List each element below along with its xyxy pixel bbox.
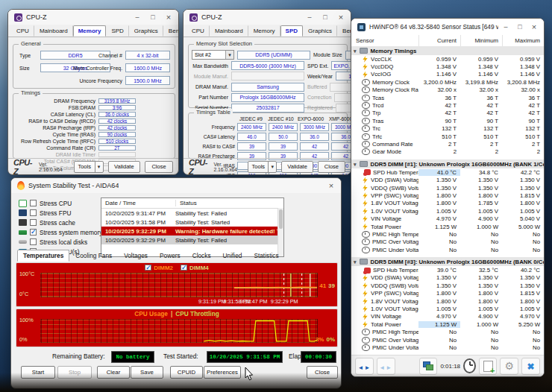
sensor-row[interactable]: Trc 132 T 132 T 132 T — [351, 125, 544, 133]
chevron-down-icon[interactable] — [225, 51, 233, 59]
column-current[interactable]: Current — [418, 35, 460, 46]
sensor-row[interactable]: PMIC High Temperature No No No — [351, 329, 544, 336]
remote-sensors-button[interactable] — [419, 358, 438, 375]
sensor-row[interactable]: PMIC Over Voltage No No No — [351, 238, 544, 246]
tab[interactable]: Mainboard — [34, 25, 73, 37]
tools-button[interactable]: Tools — [248, 161, 277, 173]
tab[interactable]: Memory — [73, 25, 107, 37]
section-header-dimm3[interactable]: DDR5 DIMM [#3]: Unknown Prologix 16GB600… — [351, 257, 544, 266]
stress-option[interactable]: Stress CPU — [19, 198, 102, 208]
close-icon[interactable] — [337, 13, 345, 22]
history-back-forward-button[interactable] — [355, 358, 374, 375]
history-back-forward-disabled-button[interactable] — [377, 358, 395, 375]
aida-close-button[interactable]: Close — [307, 366, 338, 379]
close-icon[interactable] — [530, 23, 538, 31]
cpuz-spd-titlebar[interactable]: CPU-Z — [184, 10, 351, 25]
stress-option[interactable]: Stress FPU — [19, 208, 102, 218]
clock-icon[interactable] — [463, 358, 476, 373]
tab[interactable]: Mainboard — [210, 25, 248, 37]
minimize-icon[interactable] — [134, 13, 141, 21]
preferences-button[interactable]: Preferences — [204, 366, 241, 379]
minimize-icon[interactable] — [502, 23, 509, 31]
sensor-row[interactable]: PMIC Under Voltage No No No — [351, 246, 544, 253]
log-row[interactable]: 10/20/2025 9:31:58 PM Stability Test: St… — [101, 218, 283, 227]
tab[interactable]: SPD — [106, 25, 128, 37]
sensor-row[interactable]: VIN Voltage 4.970 V 4.900 V 4.970 V — [351, 313, 544, 320]
column-sensor[interactable]: Sensor — [351, 37, 418, 44]
tools-button[interactable]: Tools — [74, 161, 104, 173]
collapse-chevron-icon[interactable] — [354, 259, 357, 265]
tab[interactable]: Cooling Fans — [69, 250, 118, 262]
stress-option[interactable]: Stress system memory — [19, 227, 102, 237]
stress-option[interactable]: Stress local disks — [19, 237, 102, 247]
cpuid-button[interactable]: CPUID — [170, 366, 203, 379]
log-column-status[interactable]: Status — [176, 200, 283, 206]
sensor-row[interactable]: 1.0V VOUT Voltage 1.005 V 1.005 V 1.005 … — [351, 305, 544, 312]
log-row[interactable]: 10/20/2025 9:32:29 PM Warning: Hardware … — [101, 227, 283, 235]
sensor-row[interactable]: VccDDQ 1.348 V 1.348 V 1.348 V — [351, 63, 544, 70]
tab[interactable]: Unified — [217, 250, 248, 262]
tab[interactable]: Powers — [154, 250, 186, 262]
sensor-row[interactable]: PMIC High Temperature No No No — [351, 230, 544, 238]
stress-checkbox[interactable] — [30, 238, 37, 245]
sensor-row[interactable]: VccIOG 1.146 V 1.146 V 1.146 V — [351, 71, 544, 78]
sensor-row[interactable]: VDD (SWA) Voltage 1.350 V 1.350 V 1.350 … — [351, 274, 544, 282]
sensor-row[interactable]: Trp 42 T 42 T 42 T — [351, 110, 544, 117]
sensor-row[interactable]: Total Power 1.125 W 1.000 W 5.000 W — [351, 223, 544, 230]
log-scrollbar-thumb[interactable] — [279, 209, 283, 229]
sensor-row[interactable]: Gear Mode 2 2 2 — [351, 148, 544, 156]
maximize-icon[interactable] — [322, 13, 329, 21]
stress-checkbox[interactable] — [30, 219, 37, 226]
sensor-row[interactable]: 1.8V VOUT Voltage 1.800 V 1.800 V 1.800 … — [351, 297, 544, 305]
close-button[interactable]: Close — [318, 161, 345, 173]
legend-checkbox[interactable] — [181, 265, 187, 271]
save-button[interactable]: Save — [131, 366, 163, 379]
aida64-titlebar[interactable]: System Stability Test - AIDA64 — [11, 178, 341, 193]
tab[interactable]: Bench — [163, 25, 179, 37]
collapse-chevron-icon[interactable] — [354, 161, 357, 168]
sensor-row[interactable]: 1.8V VOUT Voltage 1.800 V 1.785 V 1.800 … — [351, 200, 544, 207]
sensor-row[interactable]: Trfc 510 T 510 T 510 T — [351, 133, 544, 140]
sensor-row[interactable]: VDD (SWA) Voltage 1.350 V 1.350 V 1.350 … — [351, 176, 544, 183]
maximize-icon[interactable] — [516, 23, 524, 31]
sensor-row[interactable]: VDDQ (SWB) Voltage 1.350 V 1.350 V 1.350… — [351, 282, 544, 289]
maximize-icon[interactable] — [149, 13, 157, 21]
column-maximum[interactable]: Maximum — [502, 35, 544, 46]
sensor-row[interactable]: Trcd 42 T 42 T 42 T — [351, 101, 544, 109]
sensor-row[interactable]: PMIC Under Voltage No No No — [351, 344, 544, 351]
report-button[interactable] — [479, 358, 498, 375]
section-header-memory-timings[interactable]: Memory Timings — [351, 46, 544, 55]
tab[interactable]: Bench — [337, 25, 351, 37]
sensor-row[interactable]: VccCLK 0.959 V 0.959 V 0.959 V — [351, 55, 544, 63]
sensor-row[interactable]: Tras 90 T 90 T 90 T — [351, 117, 544, 124]
collapse-chevron-icon[interactable] — [354, 48, 357, 54]
tab[interactable]: Graphics — [129, 25, 163, 37]
sensor-row[interactable]: Memory Clock 3,200.0 MHz 3,199.8 MHz 3,2… — [351, 78, 544, 86]
exit-button[interactable] — [521, 358, 540, 375]
log-column-datetime[interactable]: Date / Time — [101, 200, 176, 206]
stress-checkbox[interactable] — [30, 200, 37, 206]
sensor-row[interactable]: Total Power 1.125 W 1.000 W 5.250 W — [351, 320, 544, 328]
stop-button[interactable]: Stop — [57, 366, 92, 379]
minimize-icon[interactable] — [306, 13, 313, 21]
sensor-row[interactable]: VPP (SWC) Voltage 1.800 V 1.800 V 1.815 … — [351, 290, 544, 297]
start-button[interactable]: Start — [21, 366, 55, 379]
validate-button[interactable]: Validate — [281, 161, 313, 173]
hwinfo-titlebar[interactable]: HWiNFO® 64 v8.32-5840 Sensor Status [649… — [351, 19, 544, 35]
sensor-row[interactable]: Tcas 36 T 36 T 36 T — [351, 94, 544, 101]
column-minimum[interactable]: Minimum — [460, 35, 502, 46]
log-row[interactable]: 10/20/2025 9:31:47 PM Stability Test: Fa… — [101, 209, 283, 218]
sensor-row[interactable]: SPD Hub Temperature 39.0 °C 32.5 °C 40.2… — [351, 266, 544, 274]
tools-dropdown-icon[interactable] — [95, 162, 103, 172]
sensor-row[interactable]: VPP (SWC) Voltage 1.800 V 1.800 V 1.815 … — [351, 192, 544, 199]
tab[interactable]: CPU — [11, 25, 34, 37]
tab[interactable]: Voltages — [118, 250, 154, 262]
slot-select[interactable]: Slot #2 — [192, 50, 234, 60]
tab[interactable]: Memory — [248, 25, 280, 37]
sensor-row[interactable]: SPD Hub Temperature 41.0 °C 34.8 °C 42.2… — [351, 168, 544, 176]
sensor-row[interactable]: PMIC Over Voltage No No No — [351, 336, 544, 344]
stress-option[interactable]: Stress cache — [19, 218, 102, 227]
tools-dropdown-icon[interactable] — [268, 162, 276, 172]
tab[interactable]: CPU — [186, 25, 210, 37]
close-icon[interactable] — [165, 13, 172, 22]
